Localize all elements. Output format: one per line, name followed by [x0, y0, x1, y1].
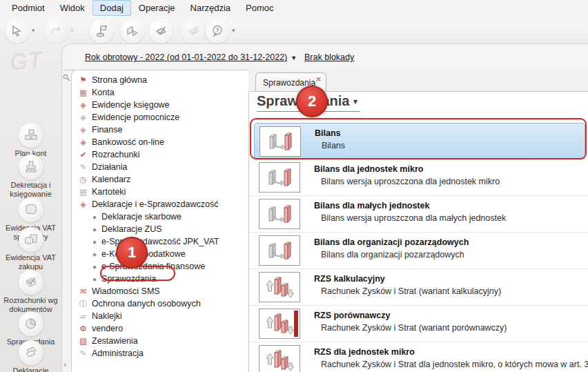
gt-logo: GT	[8, 46, 43, 77]
tree-item-ekontrole-podatkowe[interactable]: ●e-Kontrole podatkowe	[72, 248, 249, 260]
actions-icon: ✎	[78, 162, 88, 172]
tree-item-deklaracje-zus[interactable]: ●Deklaracje ZUS	[72, 223, 249, 235]
red-marker-stripe	[294, 311, 298, 337]
sidebar-item-plan-kont[interactable]: Plan kont	[0, 123, 61, 158]
tree-item-rozrachunki[interactable]: ✔Rozrachunki	[72, 148, 249, 161]
summaries-icon: ▨	[78, 336, 88, 346]
balance-report-icon	[259, 199, 300, 229]
menu-operacje[interactable]: Operacje	[131, 0, 183, 16]
info-bar: Rok obrotowy - 2022 (od 01-01-2022 do 31…	[62, 44, 588, 70]
accounts-cubes-icon: ▦	[78, 88, 88, 97]
approve-pen-disabled-icon	[182, 19, 205, 43]
finance-icon: ◈	[78, 125, 88, 135]
chart-of-accounts-icon	[19, 123, 43, 148]
menu-widok[interactable]: Widok	[52, 0, 92, 16]
pushpin-icon[interactable]	[62, 73, 71, 82]
tax-declarations-icon	[19, 340, 43, 365]
tree-item-wiadomosci-sms[interactable]: ✉Wiadomości SMS	[72, 285, 249, 297]
vat-sales-icon	[19, 197, 43, 222]
lock-status-link[interactable]: Brak blokady	[304, 52, 354, 62]
help-caret-icon[interactable]: ▾	[232, 27, 235, 34]
tree-item-dzialania[interactable]: ✎Działania	[72, 161, 249, 173]
menu-bar: Podmiot Widok Dodaj Operacje Narzędzia P…	[0, 0, 588, 16]
panel-gutter: › › › łów	[62, 70, 71, 372]
flag-pin-icon[interactable]	[90, 19, 113, 43]
sidebar-item-dekretacja[interactable]: Dekretacja i księgowanie	[0, 155, 61, 199]
balance-report-icon	[259, 126, 301, 157]
bullet-icon: ●	[92, 226, 97, 233]
bullet-icon: ●	[92, 275, 97, 283]
toolbar: ▾ ▾	[0, 16, 588, 43]
navigation-tree: ⚑Strona główna ▦Konta ◈Ewidencje księgow…	[71, 70, 250, 372]
fiscal-year-link[interactable]: Rok obrotowy - 2022 (od 01-01-2022 do 31…	[85, 52, 297, 62]
expand-chevron-icon[interactable]: ›	[63, 360, 66, 369]
pnl-report-icon	[259, 309, 300, 339]
report-row-rzs-mikro[interactable]: RZS dla jednostek mikro Rachunek Zysków …	[249, 342, 588, 372]
tree-item-bankowosc-online[interactable]: ◈Bankowość on-line	[72, 136, 249, 148]
approve-pen-icon[interactable]	[149, 19, 173, 43]
tree-item-kalendarz[interactable]: ◷Kalendarz	[72, 173, 249, 186]
tree-item-esprawozdawczosc-jpk-vat[interactable]: ●e-Sprawozdawczość JPK_VAT	[72, 235, 249, 248]
tab-close-icon[interactable]: ×	[316, 75, 321, 84]
tree-item-vendero[interactable]: ⚙vendero	[72, 322, 249, 335]
fiscal-year-caret-icon: ▼	[291, 55, 297, 61]
tree-item-deklaracje-i-esprawozdawczosc[interactable]: ◈Deklaracje i e-Sprawozdawczość	[72, 198, 249, 211]
labels-icon: ▱	[78, 311, 88, 321]
svg-text:?: ?	[215, 27, 219, 34]
select-caret-icon[interactable]: ▾	[32, 27, 35, 34]
posting-stamp-icon	[19, 155, 43, 179]
sidebar-item-rozrachunki-wg-dok[interactable]: Rozrachunki wg dokumentów	[0, 270, 61, 314]
tree-item-administracja[interactable]: ✎Administracja	[72, 347, 249, 360]
vendero-gear-icon: ⚙	[78, 324, 88, 333]
calendar-clock-icon: ◷	[78, 175, 88, 184]
help-bubble-icon[interactable]: ?	[206, 19, 229, 43]
tree-item-esprawozdania-finansowe[interactable]: ●e-Sprawozdania finansowe	[72, 260, 249, 273]
tree-item-zestawienia[interactable]: ▨Zestawienia	[72, 335, 249, 347]
administration-icon: ✎	[78, 349, 88, 358]
tree-item-kartoteki[interactable]: ▤Kartoteki	[72, 186, 249, 198]
reports-pie-icon	[19, 311, 43, 336]
report-row-bilans-mikro[interactable]: Bilans dla jednostek mikro Bilans wersja…	[249, 159, 588, 196]
data-protection-icon: ⓘ	[78, 299, 88, 309]
report-row-rzs-kalkulacyjny[interactable]: RZS kalkulacyjny Rachunek Zysków i Strat…	[249, 269, 588, 306]
bullet-icon: ●	[92, 263, 97, 271]
menu-dodaj[interactable]: Dodaj	[92, 0, 131, 16]
tree-item-finanse[interactable]: ◈Finanse	[72, 124, 249, 136]
undo-caret-icon: ▾	[70, 27, 74, 34]
menu-podmiot[interactable]: Podmiot	[4, 0, 52, 16]
tree-item-naklejki[interactable]: ▱Naklejki	[72, 310, 249, 322]
report-row-bilans[interactable]: Bilans Bilans	[254, 123, 585, 159]
settlements-check-icon: ✔	[78, 150, 88, 159]
module-sidebar: GT Plan kont Dekretacja i księgowanie Ew…	[0, 43, 61, 372]
report-row-bilans-male[interactable]: Bilans dla małych jednostek Bilans wersj…	[249, 196, 588, 233]
tab-sprawozdania[interactable]: Sprawozdania ×	[255, 72, 326, 91]
online-banking-icon: ◈	[78, 137, 88, 147]
sidebar-item-vat-zakupu[interactable]: Ewidencja VAT zakupu	[0, 227, 61, 271]
page-title[interactable]: Sprawozdania▼	[257, 93, 360, 112]
bullet-icon: ●	[92, 251, 97, 258]
menu-pomoc[interactable]: Pomoc	[238, 0, 281, 16]
balance-report-icon	[259, 162, 300, 193]
pnl-report-icon	[259, 272, 300, 302]
tree-item-deklaracje-skarbowe[interactable]: ●Deklaracje skarbowe	[72, 211, 249, 223]
wizard-icon[interactable]	[121, 19, 144, 43]
sms-icon: ✉	[78, 286, 88, 296]
main-area: Sprawozdania × Sprawozdania▼	[248, 70, 588, 372]
tree-item-ochrona-danych[interactable]: ⓘOchrona danych osobowych	[72, 297, 249, 310]
tree-item-ewidencje-ksiegowe[interactable]: ◈Ewidencje księgowe	[72, 99, 249, 111]
report-row-bilans-ngo[interactable]: Bilans dla organizacji pozarządowych Bil…	[249, 233, 588, 269]
menu-narzedzia[interactable]: Narzędzia	[183, 0, 239, 16]
app-window: Podmiot Widok Dodaj Operacje Narzędzia P…	[0, 0, 588, 372]
ledger-records-icon: ◈	[78, 100, 88, 110]
undo-arrow-icon	[44, 19, 68, 43]
tree-item-strona-glowna[interactable]: ⚑Strona główna	[72, 74, 249, 86]
sidebar-item-deklaracje-skarbowe[interactable]: Deklaracje skarbowe	[0, 340, 61, 372]
tree-item-sprawozdania[interactable]: ●Sprawozdania	[72, 273, 249, 285]
select-arrow-icon[interactable]	[6, 19, 29, 43]
report-row-rzs-porownawczy[interactable]: RZS porównawczy Rachunek Zysków i Strat …	[249, 306, 588, 342]
pnl-report-icon	[259, 345, 300, 372]
tree-item-ewidencje-pomocnicze[interactable]: ◈Ewidencje pomocnicze	[72, 111, 249, 124]
workspace-shell: Rok obrotowy - 2022 (od 01-01-2022 do 31…	[61, 43, 588, 372]
auxiliary-records-icon: ◈	[78, 112, 88, 122]
tree-item-konta[interactable]: ▦Konta	[72, 86, 249, 99]
